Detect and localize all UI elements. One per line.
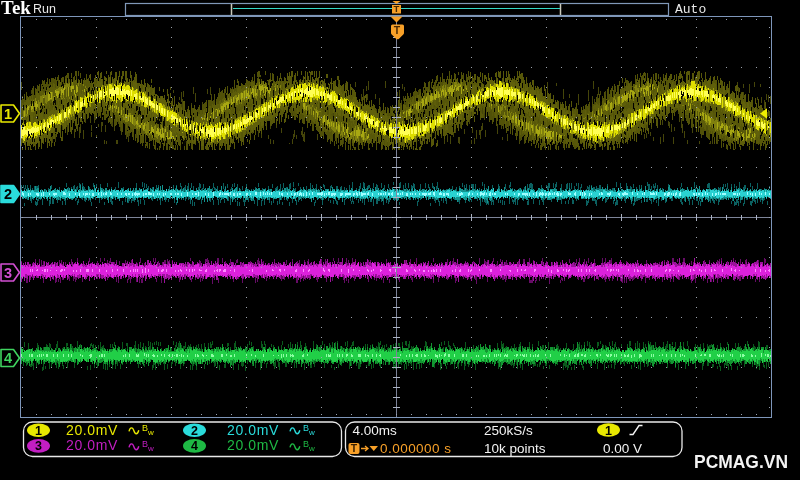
svg-text:T: T bbox=[351, 442, 358, 454]
svg-text:Tek: Tek bbox=[1, 0, 31, 18]
svg-text:2: 2 bbox=[4, 186, 12, 202]
svg-text:20.0mV: 20.0mV bbox=[227, 437, 279, 453]
svg-text:250kS/s: 250kS/s bbox=[484, 423, 533, 438]
svg-text:1: 1 bbox=[605, 424, 612, 438]
svg-text:w: w bbox=[147, 444, 154, 453]
svg-text:0.00 V: 0.00 V bbox=[603, 441, 642, 456]
svg-text:w: w bbox=[308, 444, 315, 453]
svg-text:Run: Run bbox=[33, 2, 56, 16]
svg-text:10k points: 10k points bbox=[484, 441, 546, 456]
svg-text:0.000000 s: 0.000000 s bbox=[380, 441, 451, 456]
svg-text:3: 3 bbox=[35, 439, 42, 453]
svg-text:PCMAG.VN: PCMAG.VN bbox=[694, 451, 788, 472]
svg-text:4: 4 bbox=[191, 439, 198, 453]
svg-text:T: T bbox=[394, 3, 400, 14]
svg-text:T: T bbox=[394, 24, 401, 36]
svg-text:3: 3 bbox=[4, 265, 12, 281]
svg-text:w: w bbox=[147, 428, 154, 437]
svg-text:4: 4 bbox=[4, 350, 12, 366]
svg-text:Auto: Auto bbox=[675, 2, 706, 17]
svg-text:20.0mV: 20.0mV bbox=[227, 422, 279, 438]
svg-text:20.0mV: 20.0mV bbox=[66, 422, 118, 438]
svg-text:4.00ms: 4.00ms bbox=[353, 423, 398, 438]
svg-text:20.0mV: 20.0mV bbox=[66, 437, 118, 453]
svg-text:1: 1 bbox=[35, 424, 42, 438]
svg-text:2: 2 bbox=[191, 424, 198, 438]
svg-text:1: 1 bbox=[4, 106, 12, 122]
svg-text:w: w bbox=[308, 428, 315, 437]
